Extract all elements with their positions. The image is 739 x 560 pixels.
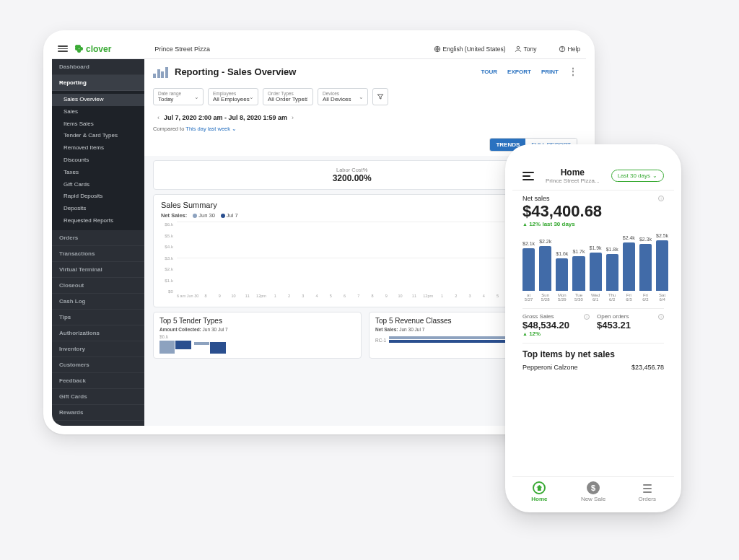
phone-bottom-nav: Home $New Sale Orders [512, 476, 674, 505]
net-sales-block: Net sales i $43,400.68 ▲ 12% last 30 day… [522, 195, 664, 227]
sidebar-item-tender-card[interactable]: Tender & Card Types [52, 130, 144, 142]
chevron-down-icon: ⌄ [359, 94, 364, 100]
merchant-name: Prince Street Pizza [154, 45, 210, 53]
date-navigator: ‹ Jul 7, 2020 2:00 am - Jul 8, 2020 1:59… [144, 110, 586, 126]
nav-home[interactable]: Home [512, 481, 567, 502]
page-title: Reporting - Sales Overview [175, 66, 296, 77]
sidebar-tips[interactable]: Tips [52, 310, 144, 325]
gross-sales-stat: Gross Sales i $48,534.20 ▲ 12% [522, 313, 590, 337]
summary-title: Sales Summary [161, 201, 504, 209]
hamburger-icon[interactable] [58, 45, 68, 52]
ordertypes-select[interactable]: Order Types All Order Types ⌄ [263, 88, 313, 105]
devices-label: Devices [323, 91, 363, 96]
sidebar-dashboard[interactable]: Dashboard [52, 59, 144, 75]
sidebar-customers[interactable]: Customers [52, 357, 144, 373]
devices-select[interactable]: Devices All Devices ⌄ [318, 88, 368, 105]
chart-icon [153, 65, 169, 78]
sidebar-promos[interactable]: Promos [52, 421, 144, 426]
compare-value: This day last week [185, 126, 230, 132]
revenue-legend-lbl: Net Sales: [375, 327, 398, 332]
gross-delta-text: 12% [529, 331, 541, 337]
sidebar-item-giftcards[interactable]: Gift Cards [52, 179, 144, 191]
sidebar-auth[interactable]: Authorizations [52, 325, 144, 341]
legend-series-b: Jul 7 [227, 212, 238, 219]
nav-orders[interactable]: Orders [620, 481, 674, 502]
top-item-row[interactable]: Pepperoni Calzone $23,456.78 [522, 364, 664, 371]
nav-new-sale[interactable]: $New Sale [567, 481, 621, 502]
range-pill[interactable]: Last 30 days ⌄ [611, 170, 664, 182]
next-day-button[interactable]: › [287, 114, 298, 121]
item-value: $23,456.78 [631, 364, 664, 371]
sidebar: Dashboard Reporting Sales Overview Sales… [52, 59, 144, 426]
topbar: clover Prince Street Pizza English (Unit… [52, 39, 586, 59]
prev-day-button[interactable]: ‹ [153, 114, 164, 121]
employees-label: Employees [213, 91, 253, 96]
sidebar-vterminal[interactable]: Virtual Terminal [52, 262, 144, 278]
chevron-down-icon: ⌄ [249, 94, 254, 100]
sidebar-item-sales-overview[interactable]: Sales Overview [52, 94, 144, 106]
sidebar-item-discounts[interactable]: Discounts [52, 154, 144, 167]
sidebar-cashlog[interactable]: Cash Log [52, 294, 144, 310]
item-name: Pepperoni Calzone [522, 364, 578, 371]
logo-text: clover [86, 44, 111, 54]
sidebar-item-items-sales[interactable]: Items Sales [52, 118, 144, 131]
language-label: English (United States) [443, 45, 506, 53]
home-icon [533, 481, 546, 494]
legend-dot-b [221, 214, 225, 218]
gross-value: $48,534.20 [522, 320, 590, 331]
sidebar-item-rapid[interactable]: Rapid Deposits [52, 191, 144, 203]
sidebar-item-sales[interactable]: Sales [52, 106, 144, 118]
summary-chart: $6.k$5.k$4.k$3.k$2.k$1.k$0 6 am Jun 3089… [161, 222, 504, 301]
clover-mark-icon [75, 45, 84, 53]
tender-ytick: $6.k [159, 334, 355, 339]
labor-pct-label: Labor Cost% [165, 167, 538, 173]
info-icon[interactable]: i [658, 314, 664, 320]
export-link[interactable]: EXPORT [507, 69, 531, 75]
sidebar-closeout[interactable]: Closeout [52, 278, 144, 294]
ordertypes-value: All Order Types [268, 96, 308, 102]
info-icon[interactable]: i [658, 196, 664, 201]
print-link[interactable]: PRINT [541, 69, 559, 75]
help-link[interactable]: Help [559, 45, 580, 53]
clover-logo[interactable]: clover [75, 44, 111, 54]
phone-title-block: Home Prince Street Pizza... [540, 167, 605, 184]
chart-panel: Sales Summary Net Sales: Jun 30 Jul 7 $6… [154, 195, 512, 307]
tour-link[interactable]: TOUR [481, 69, 498, 75]
user-menu[interactable]: Tony [515, 45, 537, 53]
filter-button[interactable] [372, 88, 388, 105]
info-icon[interactable]: i [584, 314, 590, 320]
language-selector[interactable]: English (United States) [434, 45, 506, 53]
page-title-row: Reporting - Sales Overview TOUR EXPORT P… [144, 59, 586, 84]
sidebar-inventory[interactable]: Inventory [52, 341, 144, 357]
revenue-s1: Jun 30 [399, 327, 414, 332]
sidebar-feedback[interactable]: Feedback [52, 373, 144, 389]
open-label: Open orders [597, 313, 629, 320]
phone-frame: Home Prince Street Pizza... Last 30 days… [505, 144, 681, 512]
date-range-select[interactable]: Date range Today ⌄ [153, 88, 204, 105]
sidebar-orders[interactable]: Orders [52, 230, 144, 246]
tender-minibars [159, 341, 355, 354]
sidebar-item-reqrep[interactable]: Requested Reports [52, 215, 144, 227]
net-sales-value: $43,400.68 [522, 202, 664, 221]
compare-link[interactable]: This day last week ⌄ [185, 126, 237, 132]
tender-legend-lbl: Amount Collected: [159, 327, 201, 332]
sidebar-rewards[interactable]: Rewards [52, 405, 144, 421]
sidebar-item-removed[interactable]: Removed Items [52, 142, 144, 154]
hamburger-icon[interactable] [522, 172, 534, 180]
legend-series-a: Jun 30 [198, 212, 215, 219]
open-value: $453.21 [597, 320, 664, 331]
sidebar-item-taxes[interactable]: Taxes [52, 167, 144, 179]
employees-select[interactable]: Employees All Employees ⌄ [208, 88, 258, 105]
page-actions: TOUR EXPORT PRINT ⋮ [481, 69, 577, 75]
compare-label: Compared to [153, 126, 184, 132]
sidebar-giftcards2[interactable]: Gift Cards [52, 389, 144, 405]
globe-icon [434, 45, 441, 53]
gross-label: Gross Sales [522, 313, 554, 320]
sidebar-transactions[interactable]: Transactions [52, 246, 144, 262]
revenue-s2: Jul 7 [415, 327, 425, 332]
sidebar-item-deposits[interactable]: Deposits [52, 203, 144, 215]
sidebar-reporting[interactable]: Reporting [52, 75, 144, 91]
kebab-icon[interactable]: ⋮ [569, 69, 577, 75]
help-icon [559, 45, 566, 53]
stack-icon [641, 481, 654, 494]
